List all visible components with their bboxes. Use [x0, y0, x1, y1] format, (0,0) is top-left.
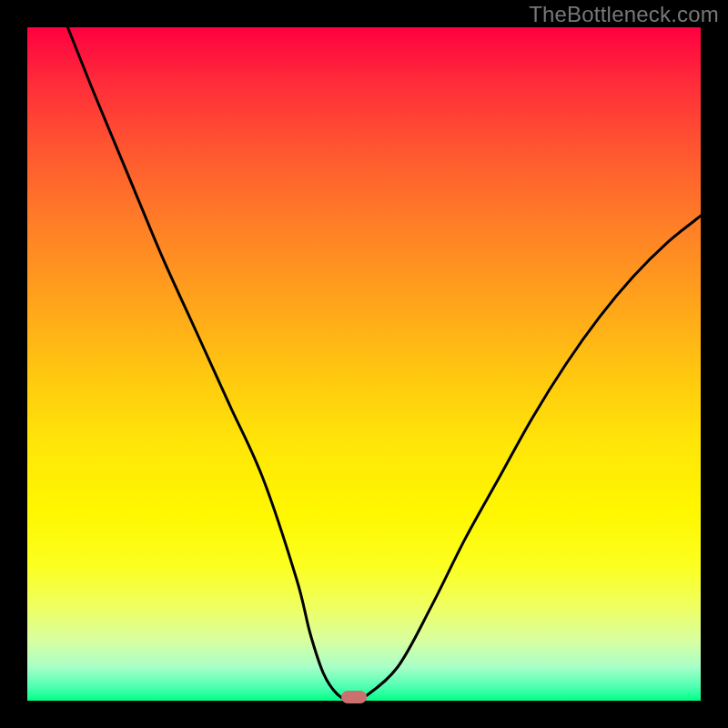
chart-plot-area: [27, 27, 701, 701]
watermark-label: TheBottleneck.com: [529, 2, 719, 27]
bottleneck-curve: [27, 27, 701, 701]
optimal-point-marker: [341, 691, 367, 703]
